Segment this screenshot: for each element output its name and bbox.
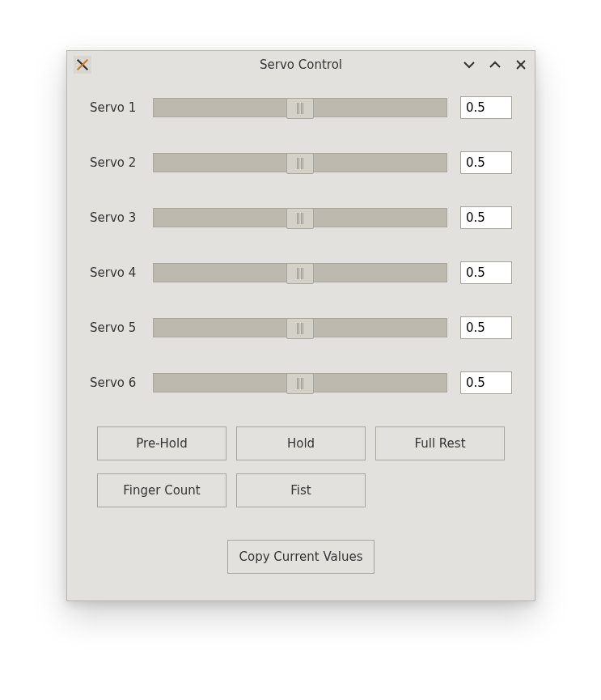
servo-slider-4[interactable] bbox=[153, 263, 447, 282]
prehold-button[interactable]: Pre-Hold bbox=[97, 426, 226, 460]
servo-label: Servo 5 bbox=[90, 320, 140, 335]
servo-row-1: Servo 1 bbox=[90, 96, 512, 119]
titlebar[interactable]: Servo Control bbox=[67, 51, 535, 78]
close-button[interactable] bbox=[514, 57, 528, 72]
servo-row-5: Servo 5 bbox=[90, 316, 512, 339]
servo-label: Servo 1 bbox=[90, 100, 140, 115]
slider-thumb[interactable] bbox=[286, 153, 314, 174]
maximize-button[interactable] bbox=[488, 57, 502, 72]
servo-row-2: Servo 2 bbox=[90, 151, 512, 174]
slider-track bbox=[153, 318, 447, 337]
fist-button[interactable]: Fist bbox=[236, 473, 366, 507]
servo-slider-5[interactable] bbox=[153, 318, 447, 337]
servo-row-3: Servo 3 bbox=[90, 206, 512, 229]
content-area: Servo 1 Servo 2 Se bbox=[67, 78, 535, 593]
window-controls bbox=[462, 57, 528, 72]
servo-value-5[interactable] bbox=[460, 316, 512, 339]
preset-buttons: Pre-Hold Hold Full Rest Finger Count Fis… bbox=[90, 426, 512, 507]
servo-value-6[interactable] bbox=[460, 371, 512, 394]
slider-track bbox=[153, 263, 447, 282]
servo-slider-6[interactable] bbox=[153, 373, 447, 392]
minimize-button[interactable] bbox=[462, 57, 476, 72]
slider-track bbox=[153, 153, 447, 172]
slider-thumb[interactable] bbox=[286, 208, 314, 229]
servo-value-4[interactable] bbox=[460, 261, 512, 284]
servo-slider-2[interactable] bbox=[153, 153, 447, 172]
slider-track bbox=[153, 373, 447, 392]
slider-thumb[interactable] bbox=[286, 263, 314, 284]
copy-values-button[interactable]: Copy Current Values bbox=[227, 540, 375, 574]
servo-slider-3[interactable] bbox=[153, 208, 447, 227]
servo-value-2[interactable] bbox=[460, 151, 512, 174]
app-icon bbox=[74, 56, 91, 74]
slider-track bbox=[153, 208, 447, 227]
fullrest-button[interactable]: Full Rest bbox=[375, 426, 505, 460]
slider-track bbox=[153, 98, 447, 117]
servo-value-1[interactable] bbox=[460, 96, 512, 119]
servo-label: Servo 2 bbox=[90, 155, 140, 170]
servo-row-6: Servo 6 bbox=[90, 371, 512, 394]
copy-row: Copy Current Values bbox=[90, 540, 512, 574]
titlebar-left bbox=[74, 56, 91, 74]
servo-label: Servo 6 bbox=[90, 375, 140, 390]
servo-value-3[interactable] bbox=[460, 206, 512, 229]
slider-thumb[interactable] bbox=[286, 98, 314, 119]
slider-thumb[interactable] bbox=[286, 318, 314, 339]
servo-slider-1[interactable] bbox=[153, 98, 447, 117]
hold-button[interactable]: Hold bbox=[236, 426, 366, 460]
fingercount-button[interactable]: Finger Count bbox=[97, 473, 226, 507]
servo-label: Servo 3 bbox=[90, 210, 140, 225]
window: Servo Control Servo 1 bbox=[66, 50, 535, 601]
slider-thumb[interactable] bbox=[286, 373, 314, 394]
servo-label: Servo 4 bbox=[90, 265, 140, 280]
servo-row-4: Servo 4 bbox=[90, 261, 512, 284]
